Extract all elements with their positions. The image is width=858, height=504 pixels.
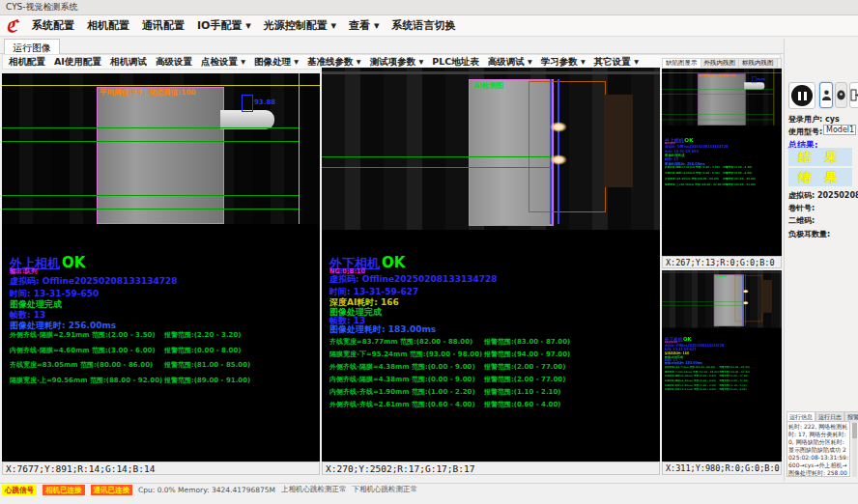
- tool-image-processing[interactable]: 图像处理 ▾: [254, 56, 299, 69]
- menu-light-config[interactable]: 光源控制配置 ▾: [264, 18, 336, 33]
- green-guide-line: [2, 209, 299, 210]
- tool-baseline-params[interactable]: 基准线参数 ▾: [307, 56, 361, 69]
- elapsed-line: 图像处理耗时: 183.00ms: [329, 323, 436, 336]
- result-row: 外侧齐线-隔膜=2.91mm 范围:(2.00 - 3.50)报警范围:(2.2…: [10, 330, 318, 340]
- result-box-top: 结 果: [788, 148, 852, 166]
- menu-system-config[interactable]: 系统配置: [32, 18, 74, 33]
- mini-tab-mark-residual[interactable]: 标残内残图: [739, 59, 778, 68]
- log-scrollbar-thumb[interactable]: [852, 423, 857, 438]
- mid-camera-view[interactable]: AI检测图 外下相机OK NG:0;B:10 虚拟码: Offline20250…: [322, 68, 660, 462]
- threshold-overlay-text: 平均阈值:93，动态阈值:100: [100, 88, 196, 98]
- result-row: 隔膜宽度-上=90.56mm 范围:(88.00 - 92.00)报警范围:(8…: [665, 182, 781, 186]
- measurement-results: 齐线宽度=83.77mm 范围:(82.00 - 88.00)报警范围:(83.…: [665, 366, 781, 393]
- blue-marker-box: [242, 95, 253, 112]
- tab-run-image[interactable]: 运行图像: [4, 39, 60, 54]
- app-logo-icon: ℭ: [6, 18, 17, 34]
- left-camera-view[interactable]: 平均阈值:93，动态阈值:100 93.88 外上相机OK 输出:队列 虚拟码:…: [2, 73, 320, 462]
- tool-learning-params[interactable]: 学习参数 ▾: [541, 56, 586, 69]
- model-select[interactable]: Model1: [823, 125, 856, 135]
- mid-camera-coordbar: X:270;Y:2502;R:17;G:17;B:17: [322, 462, 660, 475]
- ai-image-label: AI检测图: [473, 81, 503, 91]
- tool-spot-check[interactable]: 点检设置 ▾: [201, 56, 245, 69]
- result-row: 齐线宽度=83.77mm 范围:(82.00 - 88.00)报警范围:(83.…: [665, 366, 781, 370]
- menu-io-config[interactable]: IO手配置 ▾: [197, 18, 251, 33]
- tool-ai-usage-config[interactable]: AI使用配置: [54, 56, 101, 69]
- heartbeat-badge: 心跳信号: [2, 485, 37, 495]
- menu-view[interactable]: 查看 ▾: [349, 18, 379, 33]
- run-info-log[interactable]: 耗时: 222, 网络检测耗时: 17, 网络分类耗时: 0, 网络缺陷分区耗时…: [786, 421, 850, 477]
- mini-bottom-clone: AI检测图 外下相机OK NG:0;B:10 虚拟码: Offline20250…: [662, 270, 782, 409]
- photo-region: [698, 73, 746, 126]
- blue-guide-line: [558, 79, 559, 224]
- tool-test-params[interactable]: 测试项参数 ▾: [370, 56, 424, 69]
- tool-plc-address-table[interactable]: PLC地址表: [432, 56, 479, 69]
- green-guide-line: [322, 156, 552, 157]
- measurement-results: 外侧齐线-隔膜=2.91mm 范围:(2.00 - 3.50)报警范围:(2.2…: [10, 330, 318, 390]
- log-scrollbar[interactable]: [852, 421, 857, 477]
- user-login-button[interactable]: [819, 82, 833, 108]
- mid-camera-image: AI检测图: [662, 270, 782, 327]
- mini-top-coordbar: X:267;Y:13;R:0;G:0;B:0: [662, 256, 782, 268]
- yellow-vertical-line: [299, 73, 300, 224]
- menu-bar: ℭ 系统配置 相机配置 通讯配置 IO手配置 ▾ 光源控制配置 ▾ 查看 ▾ 系…: [0, 15, 858, 37]
- lock-button[interactable]: [835, 82, 847, 108]
- camera-status-ok: OK: [683, 336, 692, 342]
- app-window: CYS-视觉检测系统 ℭ 系统配置 相机配置 通讯配置 IO手配置 ▾ 光源控制…: [0, 0, 858, 504]
- result-row: 隔膜宽度-上=90.56mm 范围:(88.00 - 92.00)报警范围:(8…: [10, 376, 318, 385]
- mini-bottom-view[interactable]: AI检测图 外下相机OK NG:0;B:10 虚拟码: Offline20250…: [662, 270, 782, 462]
- needle-number-label: 卷针号:: [788, 203, 815, 213]
- menu-language-switch[interactable]: 系统语言切换: [391, 18, 455, 33]
- result-row: 齐线宽度=83.05mm 范围:(80.00 - 86.00)报警范围:(81.…: [10, 360, 318, 370]
- mini-top-view[interactable]: 平均阈值:93，动态阈值:100 93.88 外上相机OK 输出:队列 虚拟码:…: [662, 69, 782, 256]
- virtual-code-label: 虚拟码: 20250208: [788, 190, 858, 201]
- camera-status-ok: OK: [382, 254, 405, 271]
- mini-tab-defect-display[interactable]: 缺陷图显示: [663, 59, 701, 68]
- tool-advanced-debug[interactable]: 高级调试 ▾: [488, 56, 532, 69]
- machine-rail: [322, 71, 660, 74]
- pause-button[interactable]: [788, 82, 815, 109]
- user-icon: [821, 89, 832, 101]
- menu-comm-config[interactable]: 通讯配置: [142, 18, 185, 33]
- result-row: 外侧齐线-齐线=2.61mm 范围:(0.60 - 4.00)报警范围:(0.6…: [665, 388, 781, 392]
- tool-camera-debug[interactable]: 相机调试: [110, 56, 147, 69]
- reflection-flare: [550, 122, 567, 132]
- photo-region: [97, 87, 224, 224]
- right-control-panel: 登录用户: cys 使用型号: Model1 总结果: 结 果 结 果 虚拟码:…: [784, 39, 858, 481]
- result-row: 齐线宽度=83.05mm 范围:(80.00 - 86.00)报警范围:(81.…: [665, 177, 781, 181]
- reflection-flare: [743, 290, 749, 294]
- blue-guide-line: [743, 274, 744, 325]
- virtual-code-line: 虚拟码: Offline20250208133134728: [10, 275, 177, 288]
- mini-view-tabs: 缺陷图显示 外残内残图 标残内残图: [662, 58, 782, 69]
- exit-button[interactable]: [849, 82, 858, 108]
- mid-camera-content: AI检测图 外下相机OK NG:0;B:10 虚拟码: Offline20250…: [662, 270, 782, 409]
- result-row: 内侧齐线-齐线=1.90mm 范围:(1.00 - 2.20)报警范围:(1.1…: [665, 383, 781, 387]
- mini-tab-outer-residual[interactable]: 外残内残图: [701, 59, 740, 68]
- camera-status-ok: OK: [62, 254, 85, 271]
- green-guide-line: [2, 141, 299, 142]
- tool-other-settings[interactable]: 其它设置 ▾: [594, 56, 639, 69]
- result-box-bottom: 结 果: [788, 168, 852, 186]
- virtual-code-line: 虚拟码: Offline20250208133134728: [329, 273, 497, 286]
- result-row: 内侧齐线-隔膜=4.38mm 范围:(0.00 - 9.00)报警范围:(2.0…: [329, 375, 658, 384]
- green-guide-line: [2, 127, 299, 128]
- dark-part-region: [761, 280, 772, 313]
- ai-image-label: AI检测图: [716, 275, 727, 279]
- result-row: 外侧齐线-齐线=2.61mm 范围:(0.60 - 4.00)报警范围:(0.6…: [329, 400, 658, 409]
- result-row: 内侧齐线-隔膜=4.38mm 范围:(0.00 - 9.00)报警范围:(2.0…: [665, 379, 781, 383]
- tool-camera-config[interactable]: 相机配置: [9, 56, 45, 69]
- reflection-flare: [743, 301, 749, 305]
- mini-top-clone: 平均阈值:93，动态阈值:100 93.88 外上相机OK 输出:队列 虚拟码:…: [662, 69, 782, 215]
- measurement-results: 齐线宽度=83.77mm 范围:(82.00 - 88.00)报警范围:(83.…: [329, 337, 658, 412]
- camera-connection-badge: 相机已连接: [43, 485, 85, 495]
- tool-advanced-settings[interactable]: 高级设置: [156, 56, 192, 69]
- green-guide-line: [322, 167, 552, 168]
- cpu-memory-status: Cpu: 0.0% Memory: 3424.41796875M: [138, 486, 275, 494]
- mid-camera-content: AI检测图 外下相机OK NG:0;B:10 虚拟码: Offline20250…: [322, 68, 660, 462]
- result-row: 外侧齐线-隔膜=4.38mm 范围:(0.00 - 9.00)报警范围:(2.0…: [665, 375, 781, 378]
- left-camera-content: 平均阈值:93，动态阈值:100 93.88 外上相机OK 输出:队列 虚拟码:…: [2, 73, 320, 462]
- left-camera-content: 平均阈值:93，动态阈值:100 93.88 外上相机OK 输出:队列 虚拟码:…: [662, 69, 782, 215]
- status-bar: 心跳信号 相机已连接 通讯已连接 Cpu: 0.0% Memory: 3424.…: [0, 483, 858, 495]
- dark-part-region: [604, 95, 633, 187]
- menu-camera-config[interactable]: 相机配置: [87, 18, 129, 33]
- upper-camera-heartbeat-status: 上相机心跳检测正常: [281, 485, 347, 494]
